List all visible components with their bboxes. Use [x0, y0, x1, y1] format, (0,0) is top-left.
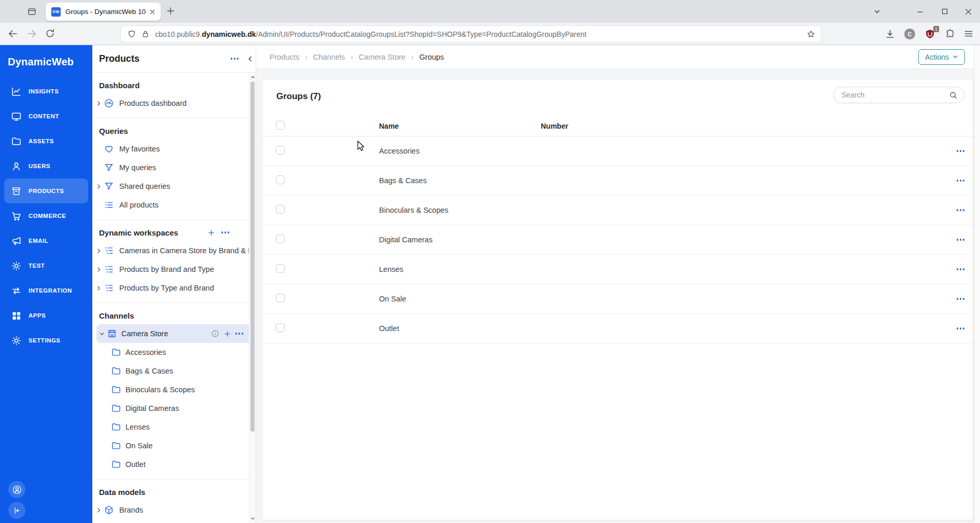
browser-tab[interactable]: DW Groups - DynamicWeb 10 — [46, 3, 161, 21]
tab-close-icon[interactable] — [148, 8, 157, 16]
ublock-extension-icon[interactable]: 1 — [925, 29, 935, 39]
row-checkbox[interactable] — [276, 205, 285, 214]
page-scrollbar[interactable] — [974, 45, 980, 523]
row-menu-icon[interactable] — [957, 327, 973, 329]
group-name[interactable]: Binoculars & Scopes — [379, 206, 541, 214]
tree-item-products-dashboard[interactable]: Products dashboard — [92, 94, 256, 113]
back-button[interactable] — [7, 28, 19, 39]
site-favicon: DW — [51, 7, 61, 17]
window-close-button[interactable] — [957, 0, 979, 23]
tree-item-shared-queries[interactable]: Shared queries — [92, 177, 256, 196]
tree-item-workspace[interactable]: Cameras in Camera Store by Brand & Le — [92, 241, 256, 260]
profile-button[interactable] — [8, 481, 25, 498]
search-box[interactable] — [833, 87, 964, 103]
panel-scrollbar[interactable] — [249, 73, 256, 523]
extensions-puzzle-icon[interactable] — [945, 29, 955, 39]
table-row[interactable]: Lenses — [262, 255, 973, 284]
row-menu-icon[interactable] — [957, 268, 973, 270]
window-maximize-button[interactable] — [933, 0, 956, 23]
tree-item-all-products[interactable]: All products — [92, 196, 256, 214]
group-name[interactable]: Bags & Cases — [379, 176, 541, 185]
row-menu-icon[interactable] — [957, 239, 973, 241]
row-menu-icon[interactable] — [957, 180, 973, 182]
tree-item-my-queries[interactable]: My queries — [92, 158, 256, 177]
scroll-down-icon[interactable] — [249, 516, 256, 521]
row-checkbox[interactable] — [276, 323, 285, 332]
channel-menu-icon[interactable] — [235, 333, 244, 335]
user-icon — [11, 161, 22, 172]
tree-item-brands[interactable]: Brands — [92, 501, 256, 519]
menu-hamburger-icon[interactable] — [963, 29, 974, 39]
tree-item-workspace[interactable]: Products by Brand and Type — [92, 260, 256, 279]
actions-button[interactable]: Actions — [918, 49, 965, 65]
downloads-icon[interactable] — [885, 29, 895, 39]
table-row[interactable]: Binoculars & Scopes — [262, 196, 973, 225]
tree-item-my-favorites[interactable]: My favorites — [92, 140, 256, 158]
address-bar[interactable]: cbo10.public9.dynamicweb.dk/Admin/UI/Pro… — [121, 26, 821, 42]
add-workspace-icon[interactable] — [207, 229, 215, 237]
extension-c-icon[interactable]: C — [904, 29, 915, 39]
sidebar-item-insights[interactable]: INSIGHTS — [4, 79, 88, 104]
tab-list-chevron-icon[interactable] — [865, 0, 888, 23]
sidebar-item-assets[interactable]: ASSETS — [4, 129, 88, 154]
select-all-checkbox[interactable] — [276, 121, 285, 130]
reload-button[interactable] — [45, 28, 55, 39]
sidebar-item-users[interactable]: USERS — [4, 154, 88, 178]
scrollbar-thumb[interactable] — [250, 81, 255, 432]
table-row[interactable]: Digital Cameras — [262, 225, 973, 255]
group-name[interactable]: Accessories — [379, 147, 541, 155]
info-icon[interactable] — [211, 329, 219, 338]
row-menu-icon[interactable] — [957, 150, 973, 152]
sidebar-item-commerce[interactable]: COMMERCE — [4, 203, 88, 228]
breadcrumb-products[interactable]: Products — [270, 53, 299, 61]
sidebar-item-email[interactable]: EMAIL — [4, 228, 88, 253]
tree-item-group[interactable]: Bags & Cases — [92, 362, 256, 380]
collapse-panel-icon[interactable] — [247, 56, 254, 62]
group-name[interactable]: On Sale — [379, 295, 541, 303]
sidebar-item-test[interactable]: TEST — [4, 253, 88, 278]
panel-menu-icon[interactable] — [231, 58, 239, 60]
row-checkbox[interactable] — [276, 175, 285, 184]
table-row[interactable]: On Sale — [262, 284, 973, 314]
group-name[interactable]: Outlet — [379, 324, 541, 333]
breadcrumb-camera-store[interactable]: Camera Store — [359, 53, 405, 61]
tree-item-group[interactable]: Digital Cameras — [92, 399, 256, 418]
firefox-view-icon[interactable] — [27, 7, 37, 17]
collapse-sidebar-button[interactable] — [8, 502, 25, 519]
tree-item-group[interactable]: Binoculars & Scopes — [92, 380, 256, 399]
new-tab-button[interactable] — [166, 6, 175, 16]
table-row[interactable]: Outlet — [262, 314, 973, 343]
table-row[interactable]: Accessories — [262, 136, 973, 166]
forward-button[interactable] — [26, 28, 37, 39]
row-checkbox[interactable] — [276, 235, 285, 243]
tree-item-group[interactable]: Accessories — [92, 343, 256, 362]
sidebar-item-settings[interactable]: SETTINGS — [4, 328, 88, 353]
sidebar-item-content[interactable]: CONTENT — [4, 104, 88, 129]
group-name[interactable]: Lenses — [379, 265, 541, 273]
row-menu-icon[interactable] — [957, 298, 973, 300]
lock-icon[interactable] — [141, 30, 150, 38]
sidebar-item-integration[interactable]: INTEGRATION — [4, 278, 88, 303]
sidebar-item-products[interactable]: PRODUCTS — [4, 178, 88, 203]
window-minimize-button[interactable] — [908, 0, 931, 23]
add-group-icon[interactable] — [223, 330, 231, 338]
row-checkbox[interactable] — [276, 294, 285, 302]
scroll-up-icon[interactable] — [249, 75, 256, 79]
tree-item-other[interactable]: Other — [92, 519, 256, 523]
bookmark-star-icon[interactable] — [806, 30, 816, 39]
group-name[interactable]: Digital Cameras — [379, 236, 541, 244]
search-input[interactable] — [842, 91, 949, 99]
row-checkbox[interactable] — [276, 146, 285, 155]
tree-item-camera-store[interactable]: Camera Store — [96, 324, 251, 343]
tree-item-group[interactable]: Lenses — [92, 418, 256, 436]
row-checkbox[interactable] — [276, 264, 285, 273]
tree-item-workspace[interactable]: Products by Type and Brand — [92, 279, 256, 297]
breadcrumb-channels[interactable]: Channels — [313, 53, 345, 61]
tree-item-group[interactable]: Outlet — [92, 455, 256, 474]
tracking-shield-icon[interactable] — [127, 30, 136, 39]
workspaces-menu-icon[interactable] — [221, 231, 230, 233]
sidebar-item-apps[interactable]: APPS — [4, 303, 88, 328]
tree-item-group[interactable]: On Sale — [92, 436, 256, 455]
row-menu-icon[interactable] — [957, 209, 973, 211]
table-row[interactable]: Bags & Cases — [262, 166, 973, 196]
